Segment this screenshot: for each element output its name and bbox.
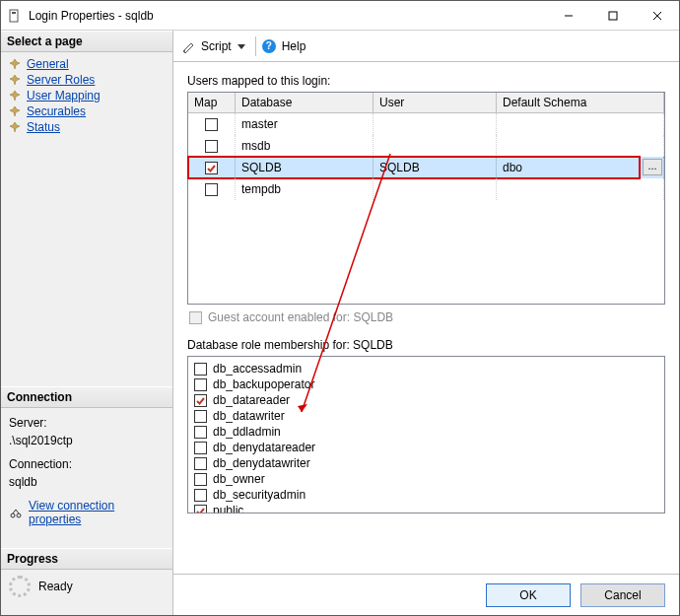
connection-value: sqldb bbox=[9, 473, 165, 491]
role-label: db_securityadmin bbox=[213, 488, 306, 502]
table-row[interactable]: tempdb bbox=[188, 178, 664, 200]
role-label: db_denydatawriter bbox=[213, 456, 310, 470]
sidebar: Select a page GeneralServer RolesUser Ma… bbox=[1, 31, 173, 615]
table-row[interactable]: master bbox=[188, 113, 664, 135]
role-item[interactable]: db_denydatawriter bbox=[194, 455, 658, 471]
view-connection-properties-link[interactable]: View connection properties bbox=[29, 499, 165, 526]
role-item[interactable]: db_accessadmin bbox=[194, 361, 658, 376]
guest-account-checkbox bbox=[189, 311, 202, 324]
role-checkbox[interactable] bbox=[194, 410, 207, 423]
help-button[interactable]: Help bbox=[282, 39, 306, 53]
role-checkbox[interactable] bbox=[194, 473, 207, 486]
progress-header: Progress bbox=[1, 548, 172, 570]
col-header-default-schema[interactable]: Default Schema bbox=[497, 93, 664, 112]
svg-point-6 bbox=[11, 513, 15, 517]
role-checkbox[interactable] bbox=[194, 426, 207, 439]
role-checkbox[interactable] bbox=[194, 442, 207, 454]
help-icon: ? bbox=[262, 39, 276, 53]
cell-user bbox=[374, 178, 497, 200]
role-item[interactable]: db_securityadmin bbox=[194, 487, 658, 503]
role-checkbox[interactable] bbox=[194, 505, 207, 514]
sidebar-item-user-mapping[interactable]: User Mapping bbox=[5, 88, 169, 103]
connection-props-icon bbox=[9, 506, 23, 519]
role-label: db_owner bbox=[213, 472, 265, 486]
role-label: db_datawriter bbox=[213, 409, 285, 423]
svg-marker-9 bbox=[238, 44, 245, 49]
role-label: db_accessadmin bbox=[213, 362, 302, 376]
minimize-button[interactable] bbox=[546, 1, 590, 30]
dialog-footer: OK Cancel bbox=[173, 574, 679, 615]
role-item[interactable]: db_datareader bbox=[194, 392, 658, 408]
cell-database: master bbox=[236, 113, 374, 135]
window-title: Login Properties - sqldb bbox=[29, 9, 546, 23]
script-icon bbox=[181, 39, 195, 53]
sidebar-item-label[interactable]: General bbox=[27, 57, 69, 71]
page-nav: GeneralServer RolesUser MappingSecurable… bbox=[1, 52, 172, 139]
role-item[interactable]: db_owner bbox=[194, 471, 658, 487]
sidebar-item-status[interactable]: Status bbox=[5, 119, 169, 135]
role-checkbox[interactable] bbox=[194, 457, 207, 470]
maximize-button[interactable] bbox=[590, 1, 635, 30]
table-row[interactable]: SQLDBSQLDBdbo... bbox=[188, 157, 664, 178]
role-checkbox[interactable] bbox=[194, 378, 207, 391]
cell-database: SQLDB bbox=[236, 157, 374, 178]
cell-default-schema bbox=[497, 178, 664, 200]
progress-status: Ready bbox=[38, 580, 73, 593]
script-dropdown-icon[interactable] bbox=[238, 42, 245, 50]
dialog-window: Login Properties - sqldb Select a page G… bbox=[0, 0, 680, 616]
connection-header: Connection bbox=[1, 386, 172, 408]
col-header-database[interactable]: Database bbox=[236, 93, 374, 112]
table-row[interactable]: msdb bbox=[188, 135, 664, 157]
role-label: db_ddladmin bbox=[213, 425, 281, 439]
role-label: db_datareader bbox=[213, 393, 290, 407]
role-checkbox[interactable] bbox=[194, 363, 207, 376]
role-label: db_denydatareader bbox=[213, 441, 315, 454]
role-item[interactable]: db_datawriter bbox=[194, 408, 658, 424]
svg-point-7 bbox=[17, 513, 21, 517]
sidebar-item-label[interactable]: User Mapping bbox=[27, 89, 101, 103]
cell-user bbox=[374, 135, 497, 157]
role-checkbox[interactable] bbox=[194, 489, 207, 502]
sidebar-item-label[interactable]: Securables bbox=[27, 104, 86, 118]
connection-info: Server: .\sql2019ctp Connection: sqldb bbox=[1, 408, 172, 497]
cell-user: SQLDB bbox=[374, 157, 497, 178]
role-membership-list[interactable]: db_accessadmindb_backupoperatordb_datare… bbox=[187, 356, 665, 513]
role-item[interactable]: db_denydatareader bbox=[194, 440, 658, 455]
users-mapped-label: Users mapped to this login: bbox=[187, 74, 665, 88]
user-mapping-grid[interactable]: Map Database User Default Schema masterm… bbox=[187, 92, 665, 305]
role-item[interactable]: public bbox=[194, 503, 658, 513]
map-checkbox[interactable] bbox=[205, 118, 218, 131]
role-item[interactable]: db_backupoperator bbox=[194, 376, 658, 392]
role-membership-label: Database role membership for: SQLDB bbox=[187, 338, 665, 352]
sidebar-item-server-roles[interactable]: Server Roles bbox=[5, 72, 169, 88]
select-page-header: Select a page bbox=[1, 31, 172, 52]
server-label: Server: bbox=[9, 414, 165, 432]
connection-label: Connection: bbox=[9, 455, 165, 473]
cancel-button[interactable]: Cancel bbox=[580, 583, 665, 607]
sidebar-item-label[interactable]: Server Roles bbox=[27, 73, 95, 87]
sidebar-item-general[interactable]: General bbox=[5, 56, 169, 72]
role-checkbox[interactable] bbox=[194, 394, 207, 407]
sidebar-item-securables[interactable]: Securables bbox=[5, 103, 169, 119]
schema-browse-button[interactable]: ... bbox=[643, 159, 662, 175]
pin-icon bbox=[9, 121, 21, 133]
col-header-user[interactable]: User bbox=[374, 93, 497, 112]
script-button[interactable]: Script bbox=[201, 39, 232, 53]
map-checkbox[interactable] bbox=[205, 140, 218, 153]
map-checkbox[interactable] bbox=[205, 183, 218, 196]
col-header-map[interactable]: Map bbox=[188, 93, 236, 112]
pin-icon bbox=[9, 105, 21, 117]
sidebar-item-label[interactable]: Status bbox=[27, 120, 60, 134]
cell-database: msdb bbox=[236, 135, 374, 157]
map-checkbox[interactable] bbox=[205, 162, 218, 174]
app-icon bbox=[7, 8, 23, 24]
ok-button[interactable]: OK bbox=[486, 583, 571, 607]
titlebar[interactable]: Login Properties - sqldb bbox=[1, 1, 679, 31]
role-label: public bbox=[213, 504, 243, 513]
cell-user bbox=[374, 113, 497, 135]
progress-spinner-icon bbox=[9, 576, 31, 597]
svg-point-8 bbox=[183, 50, 185, 52]
role-item[interactable]: db_ddladmin bbox=[194, 424, 658, 440]
close-button[interactable] bbox=[635, 1, 679, 30]
guest-account-label: Guest account enabled for: SQLDB bbox=[208, 310, 393, 324]
